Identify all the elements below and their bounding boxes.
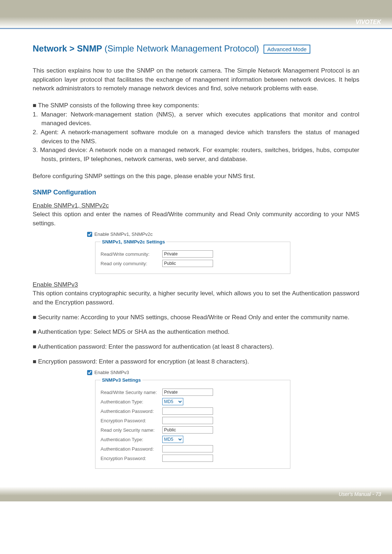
v3-panel: Enable SNMPv3 SNMPv3 Settings Read/Write… [87, 370, 290, 469]
header-bar: VIVOTEK [0, 0, 392, 29]
v3-fieldset: SNMPv3 Settings Read/Write Security name… [95, 377, 290, 469]
auth-type-select-1[interactable]: MD5 [162, 398, 183, 405]
v3-bullet-4: ■ Encryption password: Enter a password … [33, 357, 359, 366]
footer-bar: User's Manual - 73 [0, 487, 392, 501]
auth-type-label-1: Authentication Type: [101, 399, 162, 405]
rw-community-label: Read/Write community: [101, 251, 162, 257]
v1v2c-fieldset: SNMPv1, SNMPv2c Settings Read/Write comm… [95, 239, 290, 274]
page-subtitle: (Simple Network Management Protocol) [105, 44, 259, 53]
v3-heading: Enable SNMPv3 [33, 281, 359, 288]
enc-pw-label-2: Encryption Password: [101, 456, 162, 461]
page-content: Network > SNMP (Simple Network Managemen… [0, 29, 392, 487]
v3-bullet-2: ■ Authentication type: Select MD5 or SHA… [33, 328, 359, 337]
v3-legend: SNMPv3 Settings [101, 377, 142, 383]
v3-bullet-1: ■ Security name: According to your NMS s… [33, 313, 359, 322]
breadcrumb: Network > SNMP [33, 44, 102, 53]
v1v2c-checkbox-row: Enable SNMPv1, SNMPv2c [87, 231, 290, 237]
v3-checkbox-label: Enable SNMPv3 [94, 370, 129, 375]
enc-pw-input-2[interactable] [162, 455, 213, 462]
rw-community-input[interactable] [162, 250, 213, 258]
v1v2c-legend: SNMPv1, SNMPv2c Settings [101, 239, 166, 245]
ro-community-input[interactable] [162, 260, 213, 267]
page-title: Network > SNMP (Simple Network Managemen… [33, 44, 359, 54]
enc-pw-input-1[interactable] [162, 417, 213, 424]
auth-pw-input-1[interactable] [162, 407, 213, 415]
components-intro: ■ The SNMP consists of the following thr… [33, 101, 359, 110]
components-block: ■ The SNMP consists of the following thr… [33, 101, 359, 164]
v1v2c-heading: Enable SNMPv1, SNMPv2c [33, 202, 359, 209]
enc-pw-label-1: Encryption Password: [101, 418, 162, 423]
component-item-2: 2. Agent: A network-management software … [33, 128, 359, 146]
v3-bullet-3: ■ Authentication password: Enter the pas… [33, 342, 359, 352]
before-note: Before configuring SNMP settings on the … [33, 172, 359, 181]
v3-desc: This option contains cryptographic secur… [33, 289, 359, 307]
component-item-1: 1. Manager: Network-management station (… [33, 110, 359, 128]
enable-v1v2c-checkbox[interactable] [87, 232, 92, 237]
auth-type-label-2: Authentication Type: [101, 437, 162, 442]
auth-pw-label-1: Authentication Password: [101, 409, 162, 414]
component-item-3: 3. Managed device: A network node on a m… [33, 146, 359, 164]
v1v2c-checkbox-label: Enable SNMPv1, SNMPv2c [94, 231, 152, 237]
ro-security-input[interactable] [162, 426, 213, 434]
rw-security-input[interactable] [162, 389, 213, 396]
advanced-mode-badge: Advanced Mode [264, 45, 310, 54]
auth-type-select-2[interactable]: MD5 [162, 436, 183, 443]
auth-pw-label-2: Authentication Password: [101, 446, 162, 452]
v1v2c-panel: Enable SNMPv1, SNMPv2c SNMPv1, SNMPv2c S… [87, 231, 290, 274]
snmp-config-heading: SNMP Configuration [33, 189, 359, 196]
enable-v3-checkbox[interactable] [87, 370, 92, 375]
footer-text: User's Manual - 73 [339, 491, 381, 497]
brand-label: VIVOTEK [356, 19, 381, 25]
intro-text: This section explains how to use the SNM… [33, 66, 359, 93]
v3-checkbox-row: Enable SNMPv3 [87, 370, 290, 375]
auth-pw-input-2[interactable] [162, 445, 213, 452]
rw-security-label: Read/Write Security name: [101, 390, 162, 395]
ro-security-label: Read only Security name: [101, 427, 162, 433]
v1v2c-desc: Select this option and enter the names o… [33, 210, 359, 228]
ro-community-label: Read only community: [101, 261, 162, 266]
